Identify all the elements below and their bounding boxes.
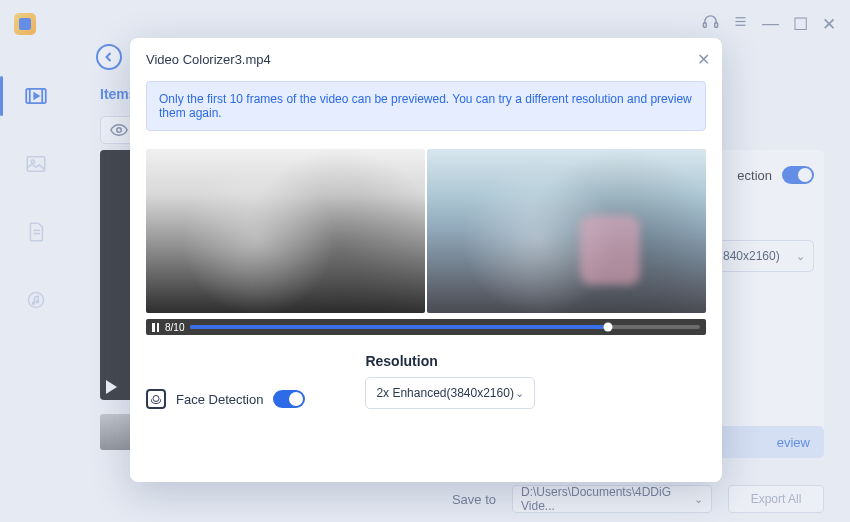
resolution-value: 2x Enhanced(3840x2160) <box>376 386 513 400</box>
preview-modal: Video Colorizer3.mp4 ✕ Only the first 10… <box>130 38 722 482</box>
comparison-view <box>146 149 706 313</box>
after-image <box>427 149 706 313</box>
before-image <box>146 149 425 313</box>
modal-title: Video Colorizer3.mp4 <box>146 52 706 67</box>
frame-counter: 8/10 <box>165 322 184 333</box>
info-banner: Only the first 10 frames of the video ca… <box>146 81 706 131</box>
slider-knob[interactable] <box>604 323 613 332</box>
pause-button[interactable] <box>152 323 159 332</box>
resolution-label: Resolution <box>365 353 535 369</box>
resolution-select[interactable]: 2x Enhanced(3840x2160) ⌄ <box>365 377 535 409</box>
face-detection-toggle[interactable] <box>273 390 305 408</box>
playback-bar: 8/10 <box>146 319 706 335</box>
chevron-down-icon: ⌄ <box>515 387 524 400</box>
face-detection-label: Face Detection <box>176 392 263 407</box>
modal-close-button[interactable]: ✕ <box>697 50 710 69</box>
face-icon <box>146 389 166 409</box>
slider-fill <box>190 325 608 329</box>
playback-slider[interactable] <box>190 325 700 329</box>
